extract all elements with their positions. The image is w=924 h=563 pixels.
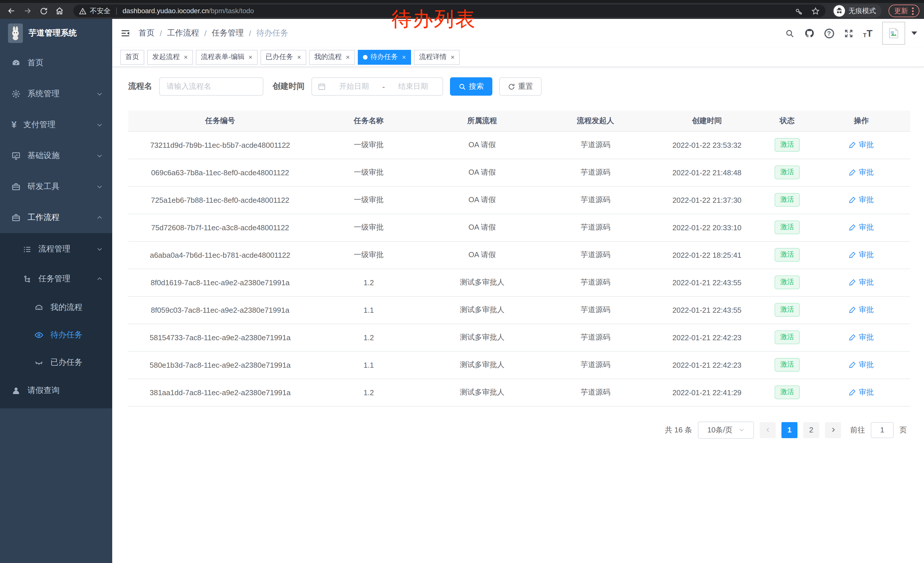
sidebar-item-done-tasks[interactable]: 已办任务 xyxy=(0,349,112,376)
home-icon[interactable] xyxy=(52,4,66,18)
task-id-cell: 75d72608-7b7f-11ec-a3c8-acde48001122 xyxy=(128,214,312,241)
starter-cell: 芋道源码 xyxy=(539,214,652,241)
approve-link[interactable]: 审批 xyxy=(849,387,874,398)
approve-link[interactable]: 审批 xyxy=(849,277,874,288)
sidebar-item-todo-tasks[interactable]: 待办任务 xyxy=(0,321,112,349)
breadcrumb-item[interactable]: 工作流程 / xyxy=(167,28,212,38)
robot-icon xyxy=(34,303,44,312)
key-icon[interactable] xyxy=(795,7,803,15)
date-range-picker[interactable]: 开始日期 - 结束日期 xyxy=(311,77,443,96)
tab[interactable]: 已办任务 × xyxy=(261,50,306,65)
col-starter: 流程发起人 xyxy=(539,111,652,131)
status-badge: 激活 xyxy=(775,221,800,234)
next-page-button[interactable] xyxy=(825,422,841,438)
task-name-cell: 一级审批 xyxy=(312,131,425,159)
task-name-cell: 1.2 xyxy=(312,324,425,351)
edit-icon xyxy=(849,361,856,369)
table-row: 381aa1dd-7ac8-11ec-a9e2-a2380e71991a 1.2… xyxy=(128,378,910,406)
status-badge: 激活 xyxy=(775,193,800,206)
sidebar-item-task-mgmt[interactable]: 任务管理 xyxy=(0,264,112,294)
goto-page-input[interactable]: 1 xyxy=(871,422,894,438)
page-number-button[interactable]: 1 xyxy=(782,422,798,438)
approve-link[interactable]: 审批 xyxy=(849,305,874,315)
page-buttons: 1 2 xyxy=(782,422,819,438)
approve-link[interactable]: 审批 xyxy=(849,250,874,260)
sidebar-item-process-mgmt[interactable]: 流程管理 xyxy=(0,234,112,264)
avatar-caret-icon[interactable] xyxy=(911,32,917,35)
approve-link[interactable]: 审批 xyxy=(849,167,874,177)
close-icon[interactable]: × xyxy=(346,54,350,60)
create-time-cell: 2022-01-22 23:53:32 xyxy=(652,131,761,159)
tab[interactable]: 待办任务 × xyxy=(358,50,411,65)
approve-link[interactable]: 审批 xyxy=(849,332,874,342)
sidebar-item-system[interactable]: 系统管理 xyxy=(0,78,112,110)
prev-page-button[interactable] xyxy=(760,422,776,438)
status-badge: 激活 xyxy=(775,303,800,317)
breadcrumb-item[interactable]: 待办任务 xyxy=(256,28,288,38)
sidebar-item-workflow[interactable]: 工作流程 xyxy=(0,202,112,233)
approve-link[interactable]: 审批 xyxy=(849,140,874,150)
approve-link[interactable]: 审批 xyxy=(849,360,874,370)
calendar-icon xyxy=(318,83,326,90)
help-icon[interactable]: ? xyxy=(824,29,834,38)
create-time-cell: 2022-01-21 22:43:55 xyxy=(652,269,761,296)
approve-link[interactable]: 审批 xyxy=(849,195,874,205)
status-badge: 激活 xyxy=(775,358,800,371)
bookmark-star-icon[interactable] xyxy=(811,7,820,15)
close-icon[interactable]: × xyxy=(297,54,301,60)
starter-cell: 芋道源码 xyxy=(539,186,652,214)
close-icon[interactable]: × xyxy=(402,54,406,60)
tab[interactable]: 流程表单-编辑 × xyxy=(196,50,258,65)
search-icon[interactable] xyxy=(784,29,794,38)
breadcrumb-item[interactable]: 任务管理 / xyxy=(212,28,256,38)
tab[interactable]: 我的流程 × xyxy=(309,50,355,65)
reset-button[interactable]: 重置 xyxy=(499,77,542,96)
approve-link[interactable]: 审批 xyxy=(849,222,874,233)
task-id-cell: 8f059c03-7ac8-11ec-a9e2-a2380e71991a xyxy=(128,296,312,324)
avatar[interactable] xyxy=(882,22,905,45)
breadcrumb-item[interactable]: 首页 / xyxy=(138,28,167,38)
process-name-input[interactable]: 请输入流程名 xyxy=(159,77,263,96)
status-badge: 激活 xyxy=(775,138,800,152)
goto-label: 前往 xyxy=(850,425,865,435)
status-badge: 激活 xyxy=(775,275,800,289)
close-icon[interactable]: × xyxy=(249,54,252,60)
sidebar-item-my-process[interactable]: 我的流程 xyxy=(0,294,112,321)
edit-icon xyxy=(849,196,856,204)
fullscreen-icon[interactable] xyxy=(844,29,853,38)
search-icon xyxy=(459,83,466,90)
chevron-down-icon xyxy=(96,183,103,190)
task-name-cell: 一级审批 xyxy=(312,214,425,241)
update-menu-button[interactable]: 更新 xyxy=(888,5,920,17)
github-icon[interactable] xyxy=(804,28,814,38)
page-number-button[interactable]: 2 xyxy=(803,422,819,438)
starter-cell: 芋道源码 xyxy=(539,324,652,351)
close-icon[interactable]: × xyxy=(184,54,188,60)
forward-icon[interactable] xyxy=(21,4,34,18)
font-size-icon[interactable]: TT xyxy=(863,29,873,38)
reload-icon[interactable] xyxy=(37,4,50,18)
tab[interactable]: 流程详情 × xyxy=(414,50,460,65)
chevron-right-icon xyxy=(830,427,836,433)
screen: 不安全 dashboard.yudao.iocoder.cn/bpm/task/… xyxy=(0,0,924,563)
close-icon[interactable]: × xyxy=(450,54,454,60)
start-date-placeholder: 开始日期 xyxy=(330,81,378,92)
table-header-row: 任务编号 任务名称 所属流程 流程发起人 创建时间 状态 操作 xyxy=(128,111,910,131)
search-button[interactable]: 搜索 xyxy=(450,77,492,96)
sidebar-item-leave-query[interactable]: 请假查询 xyxy=(0,376,112,405)
starter-cell: 芋道源码 xyxy=(539,378,652,406)
sidebar-item-devtools[interactable]: 研发工具 xyxy=(0,171,112,202)
sidebar-fold-icon[interactable] xyxy=(120,28,130,38)
goto-unit: 页 xyxy=(899,425,907,435)
col-task-id: 任务编号 xyxy=(128,111,312,131)
process-cell: OA 请假 xyxy=(425,241,539,269)
sidebar-item-payment[interactable]: ¥ 支付管理 xyxy=(0,110,112,140)
kebab-menu-icon[interactable] xyxy=(912,7,914,15)
tab[interactable]: 首页 × xyxy=(120,50,144,65)
back-icon[interactable] xyxy=(4,4,18,18)
sidebar-item-infra[interactable]: 基础设施 xyxy=(0,140,112,171)
sidebar-item-home[interactable]: 首页 xyxy=(0,48,112,78)
tab[interactable]: 发起流程 × xyxy=(147,50,193,65)
page-size-select[interactable]: 10条/页 xyxy=(698,421,754,438)
starter-cell: 芋道源码 xyxy=(539,131,652,159)
